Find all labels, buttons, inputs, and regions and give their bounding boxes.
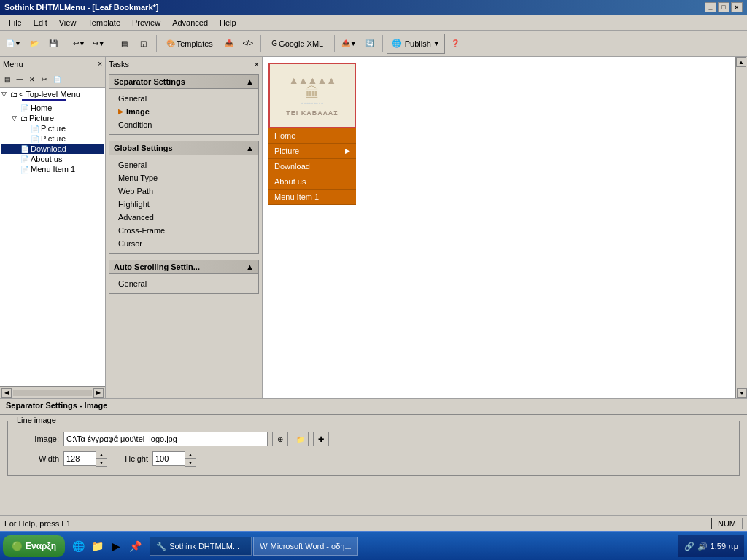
global-general[interactable]: General	[115, 158, 252, 171]
new-page-button[interactable]: 📄	[51, 74, 63, 85]
delete-item-button[interactable]: ✕	[26, 74, 38, 85]
menu-template[interactable]: Template	[82, 17, 126, 28]
global-highlight[interactable]: Highlight	[115, 198, 252, 211]
nav-home[interactable]: Home	[268, 128, 356, 144]
auto-scrolling-header[interactable]: Auto Scrolling Settin... ▲	[109, 260, 258, 274]
remove-item-button[interactable]: —	[14, 74, 26, 85]
preview-area: ▲▲▲▲▲ 🏛 〰〰〰 TEI KABAΛAΣ Home Picture ▶	[263, 57, 747, 398]
google-icon: G	[271, 39, 277, 47]
global-web-path[interactable]: Web Path	[115, 184, 252, 198]
taskbar-item-sothink[interactable]: 🔧 Sothink DHTMLM...	[150, 537, 252, 556]
start-label: Εναρξη	[26, 541, 56, 551]
open-icon: 📂	[30, 39, 39, 47]
menu-file[interactable]: File	[3, 17, 28, 28]
menu-edit[interactable]: Edit	[28, 17, 53, 28]
tree-item[interactable]: ▽ 🗂 Picture	[1, 113, 104, 123]
height-decrement-btn[interactable]: ▼	[185, 459, 196, 466]
scroll-track-v	[736, 67, 747, 82]
tree-item[interactable]: 📄 Download	[1, 144, 104, 154]
menu-help[interactable]: Help	[214, 17, 242, 28]
volume-icon: 🔊	[697, 542, 708, 551]
help-button[interactable]: ❓	[446, 34, 464, 54]
auto-general[interactable]: General	[115, 277, 252, 290]
scroll-left-btn[interactable]: ◀	[1, 388, 12, 398]
maximize-button[interactable]: □	[718, 2, 729, 12]
save-button[interactable]: 💾	[44, 34, 62, 54]
global-menu-type[interactable]: Menu Type	[115, 171, 252, 184]
tree-item[interactable]: ▽ 🗂 < Top-level Menu	[1, 89, 104, 99]
sothink-label: Sothink DHTMLM...	[169, 542, 239, 551]
open-button[interactable]: 📂	[26, 34, 43, 54]
height-spinner: ▲ ▼	[152, 451, 196, 467]
export-button[interactable]: 📤 ▼	[338, 34, 360, 54]
browse-icon: ⊕	[277, 435, 283, 443]
tree-item[interactable]: 📄 Home	[1, 103, 104, 113]
templates-button[interactable]: 🎨 Templates	[160, 34, 219, 54]
settings-general[interactable]: General	[115, 92, 252, 105]
cut-item-button[interactable]: ✂	[39, 74, 50, 85]
view-normal-button[interactable]: ▤	[116, 34, 133, 54]
tree-item[interactable]: 📄 About us	[1, 154, 104, 164]
nav-picture[interactable]: Picture ▶	[268, 144, 356, 159]
global-cross-frame[interactable]: Cross-Frame	[115, 224, 252, 237]
menu-view[interactable]: View	[53, 17, 82, 28]
tree-item[interactable]: 📄 Menu Item 1	[1, 164, 104, 174]
nav-download[interactable]: Download	[268, 159, 356, 174]
nav-menuitem1[interactable]: Menu Item 1	[268, 190, 356, 205]
width-decrement-btn[interactable]: ▼	[96, 459, 107, 466]
code-view-button[interactable]: </>	[239, 34, 257, 54]
global-settings-header[interactable]: Global Settings ▲	[109, 141, 258, 155]
import-button[interactable]: 📥	[220, 34, 238, 54]
new-icon: 📄	[6, 39, 15, 47]
explorer-button[interactable]: 📁	[88, 537, 106, 555]
image-input[interactable]	[63, 432, 268, 446]
view-code-button[interactable]: ◱	[135, 34, 152, 54]
add-item-button[interactable]: ▤	[1, 74, 13, 85]
separator-settings-label: Separator Settings	[114, 77, 185, 86]
ie-button[interactable]: 🌐	[69, 537, 87, 555]
settings-condition[interactable]: Condition	[115, 118, 252, 131]
publish-button[interactable]: 🌐 Publish ▼	[387, 34, 445, 54]
nav-aboutus[interactable]: About us	[268, 174, 356, 190]
media-button[interactable]: ▶	[107, 537, 125, 555]
view-normal-icon: ▤	[121, 39, 128, 47]
settings-image[interactable]: ▶ Image	[115, 105, 252, 118]
start-button[interactable]: 🟢 Εναρξη	[3, 535, 65, 557]
width-input[interactable]	[63, 451, 96, 466]
global-web-path-label: Web Path	[118, 187, 153, 195]
page-icon: 📄	[20, 155, 29, 163]
taskbar-item-word[interactable]: W Microsoft Word - οδη...	[253, 537, 357, 556]
image-clear-btn[interactable]: ✚	[313, 432, 329, 446]
menu-panel-close[interactable]: ×	[98, 60, 102, 68]
menu-advanced[interactable]: Advanced	[166, 17, 214, 28]
close-button[interactable]: ×	[731, 2, 743, 12]
preview-scrollbar-v[interactable]: ▲ ▼	[735, 57, 747, 398]
scroll-right-btn[interactable]: ▶	[93, 388, 104, 398]
tasks-header: Tasks ×	[106, 57, 262, 71]
tasks-close[interactable]: ×	[255, 60, 259, 69]
menu-preview[interactable]: Preview	[126, 17, 166, 28]
image-browse-btn[interactable]: ⊕	[272, 432, 288, 446]
refresh-button[interactable]: 🔄	[361, 34, 379, 54]
scroll-down-btn[interactable]: ▼	[737, 388, 747, 398]
global-cursor[interactable]: Cursor	[115, 237, 252, 250]
scroll-up-btn[interactable]: ▲	[736, 57, 746, 67]
width-increment-btn[interactable]: ▲	[96, 451, 107, 459]
tree-item[interactable]: 📄 Picture	[1, 123, 104, 133]
extra-button[interactable]: 📌	[126, 537, 144, 555]
global-advanced[interactable]: Advanced	[115, 211, 252, 224]
separator-1	[66, 35, 66, 52]
tree-item-label: Picture	[29, 114, 54, 122]
google-xml-button[interactable]: G Google XML	[265, 34, 330, 54]
image-folder-btn[interactable]: 📁	[293, 432, 309, 446]
height-input[interactable]	[152, 451, 185, 466]
undo-button[interactable]: ↩ ▼	[70, 34, 88, 54]
minimize-button[interactable]: _	[705, 2, 716, 12]
tree-item-label: Home	[31, 104, 52, 112]
new-button[interactable]: 📄 ▼	[3, 34, 24, 54]
redo-button[interactable]: ↪ ▼	[90, 34, 108, 54]
tree-scrollbar-h[interactable]: ◀ ▶	[0, 386, 105, 398]
height-increment-btn[interactable]: ▲	[185, 451, 196, 459]
separator-settings-header[interactable]: Separator Settings ▲	[109, 75, 258, 89]
tree-item[interactable]: 📄 Picture	[1, 133, 104, 144]
